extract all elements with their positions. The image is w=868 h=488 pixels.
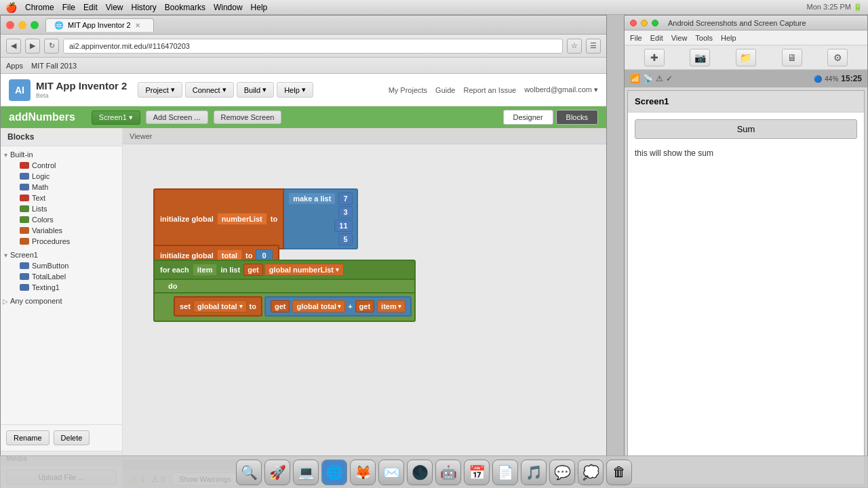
sidebar-item-text[interactable]: Text <box>1 192 122 203</box>
menu-bookmarks[interactable]: Bookmarks <box>165 3 205 12</box>
user-menu[interactable]: wolberd@gmail.com ▾ <box>524 85 598 94</box>
android-statusbar: 📶 📡 ⚠ ✓ 🔵 44% 15:25 <box>625 70 867 87</box>
bookmark-apps[interactable]: Apps <box>6 62 23 70</box>
dock-messages[interactable]: 💭 <box>578 460 604 485</box>
build-label: Build <box>244 86 260 94</box>
sidebar-item-procedures[interactable]: Procedures <box>1 236 122 247</box>
sidebar-item-texting1[interactable]: Texting1 <box>1 282 122 293</box>
forward-button[interactable]: ▶ <box>25 39 40 54</box>
sidebar-item-colors[interactable]: Colors <box>1 214 122 225</box>
android-menu-tools[interactable]: Tools <box>695 34 713 42</box>
menu-edit[interactable]: Edit <box>83 3 98 12</box>
dock-calendar[interactable]: 📅 <box>464 460 490 485</box>
android-tool-4[interactable]: 🖥 <box>782 49 802 66</box>
dock-preview[interactable]: 📄 <box>492 460 518 485</box>
android-menu-view[interactable]: View <box>671 34 688 42</box>
blocks-workspace[interactable]: initialize global numberList to make a l… <box>123 144 606 468</box>
sidebar-item-math[interactable]: Math <box>1 182 122 192</box>
screen-selector[interactable]: Screen1 ▾ <box>92 110 140 125</box>
sidebar-item-control[interactable]: Control <box>1 160 122 171</box>
blocks-button[interactable]: Blocks <box>556 110 598 125</box>
dock-mail[interactable]: ✉️ <box>378 460 404 485</box>
dock-trash[interactable]: 🗑 <box>606 460 632 485</box>
remove-screen-button[interactable]: Remove Screen <box>214 110 282 124</box>
text-label: Text <box>32 194 45 202</box>
android-minimize-button[interactable] <box>641 20 648 26</box>
apple-menu[interactable]: 🍎 <box>5 2 17 13</box>
sidebar-item-variables[interactable]: Variables <box>1 225 122 236</box>
sidebar-item-logic[interactable]: Logic <box>1 171 122 182</box>
android-menu-edit[interactable]: Edit <box>650 34 663 42</box>
chrome-tab-close-icon[interactable]: ✕ <box>135 22 140 29</box>
sidebar-item-totallabel[interactable]: TotalLabel <box>1 271 122 282</box>
android-tool-5[interactable]: ⚙ <box>827 49 848 66</box>
settings-button[interactable]: ☰ <box>586 39 601 54</box>
rename-button[interactable]: Rename <box>6 430 50 445</box>
foreach-text2: in list <box>220 266 240 274</box>
menu-view[interactable]: View <box>106 3 123 12</box>
help-menu[interactable]: Help ▾ <box>277 82 313 98</box>
android-sum-button[interactable]: Sum <box>635 119 857 139</box>
menu-help[interactable]: Help <box>251 3 268 12</box>
dock-android[interactable]: 🤖 <box>435 460 461 485</box>
my-projects-link[interactable]: My Projects <box>389 86 427 94</box>
numlist-val1: 3 <box>338 206 352 218</box>
chrome-close-button[interactable] <box>6 21 14 29</box>
android-screen: Screen1 Sum this will show the sum <box>627 90 865 485</box>
android-tool-2[interactable]: 📷 <box>690 49 710 66</box>
dock-firefox[interactable]: 🦊 <box>350 460 376 485</box>
chrome-maximize-button[interactable] <box>31 21 39 29</box>
add-screen-button[interactable]: Add Screen ... <box>146 110 208 124</box>
project-label: Project <box>145 86 168 94</box>
any-component-group[interactable]: ▷ Any component <box>1 296 122 306</box>
dock-terminal[interactable]: 💻 <box>293 460 319 485</box>
report-link[interactable]: Report an Issue <box>463 86 516 94</box>
android-menu-file[interactable]: File <box>630 34 642 42</box>
connect-menu[interactable]: Connect ▾ <box>185 82 234 98</box>
bookmark-mit-fall[interactable]: MIT Fall 2013 <box>31 62 77 70</box>
android-menu-help[interactable]: Help <box>721 34 736 42</box>
delete-button[interactable]: Delete <box>54 430 90 445</box>
chrome-tab[interactable]: 🌐 MIT App Inventor 2 ✕ <box>45 18 154 32</box>
menu-chrome[interactable]: Chrome <box>25 3 54 12</box>
totallabel-label: TotalLabel <box>32 272 66 281</box>
dock-eclipse[interactable]: 🌑 <box>407 460 433 485</box>
dock-finder[interactable]: 🔍 <box>236 460 262 485</box>
logic-icon <box>20 173 29 180</box>
android-tool-3[interactable]: 📁 <box>736 49 756 66</box>
build-menu[interactable]: Build ▾ <box>237 82 274 98</box>
back-button[interactable]: ◀ <box>6 39 21 54</box>
reload-button[interactable]: ↻ <box>44 39 59 54</box>
sidebar-item-sumbutton[interactable]: SumButton <box>1 260 122 271</box>
chrome-minimize-button[interactable] <box>18 21 26 29</box>
to-text: to <box>250 302 256 310</box>
android-battery-label: 44% <box>825 75 838 83</box>
android-bluetooth-icon: 🔵 <box>814 75 822 83</box>
guide-link[interactable]: Guide <box>435 86 455 94</box>
builtin-group[interactable]: ▾ Built-in <box>1 149 122 160</box>
android-close-button[interactable] <box>630 20 637 26</box>
dock-skype[interactable]: 💬 <box>549 460 575 485</box>
block-foreach[interactable]: for each item in list get global numberL… <box>153 260 416 322</box>
android-maximize-button[interactable] <box>652 20 658 26</box>
blocks-panel-header: Blocks <box>1 128 122 146</box>
dock-launchpad[interactable]: 🚀 <box>264 460 290 485</box>
ai-viewer: Viewer initialize global numberList to <box>123 128 606 488</box>
bookmark-button[interactable]: ☆ <box>567 39 582 54</box>
screen1-group[interactable]: ▾ Screen1 <box>1 249 122 260</box>
designer-button[interactable]: Designer <box>503 110 553 125</box>
foreach-get-text: get <box>243 264 263 276</box>
dock-spotify[interactable]: 🎵 <box>521 460 547 485</box>
app-inventor: AI MIT App Inventor 2 Beta Project ▾ Con… <box>1 74 606 488</box>
dock-chrome[interactable]: 🌐 <box>321 460 347 485</box>
menu-file[interactable]: File <box>62 3 75 12</box>
sidebar-item-lists[interactable]: Lists <box>1 203 122 214</box>
project-menu[interactable]: Project ▾ <box>138 82 182 98</box>
menu-history[interactable]: History <box>132 3 157 12</box>
sidebar-bottom-buttons: Rename Delete <box>1 424 122 451</box>
menu-window[interactable]: Window <box>214 3 243 12</box>
block-init-numberlist[interactable]: initialize global numberList to make a l… <box>153 188 358 249</box>
url-bar[interactable]: ai2.appinventor.mit.edu/#116470203 <box>63 39 563 54</box>
android-tool-1[interactable]: ✚ <box>644 49 665 66</box>
viewer-canvas[interactable]: initialize global numberList to make a l… <box>123 144 606 468</box>
